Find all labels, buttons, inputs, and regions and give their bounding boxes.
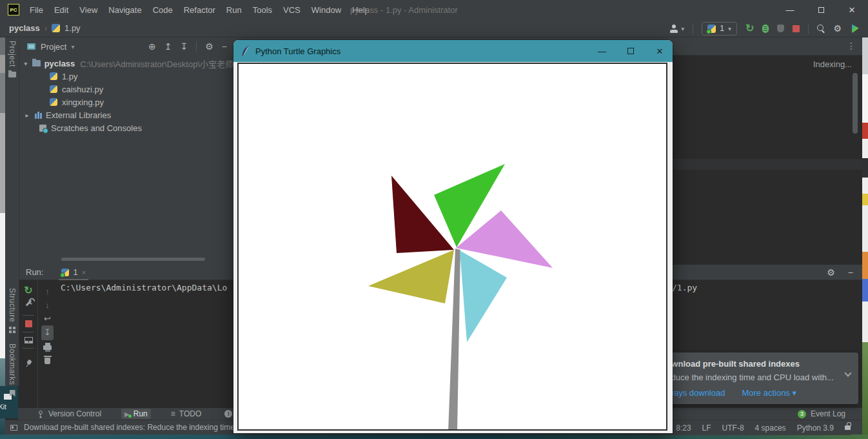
- run-panel-label: Run:: [26, 267, 43, 277]
- menu-file[interactable]: File: [30, 5, 43, 15]
- expand-all-button[interactable]: ↥: [164, 42, 172, 51]
- lock-icon[interactable]: [845, 425, 851, 430]
- hide-run-panel-button[interactable]: −: [848, 268, 853, 277]
- folder-icon: [32, 60, 41, 66]
- tree-row[interactable]: Scratches and Consoles: [19, 121, 233, 134]
- maximize-button[interactable]: [816, 5, 825, 15]
- kebab-menu-icon[interactable]: ⋮: [847, 41, 856, 51]
- hide-panel-button[interactable]: −: [222, 42, 227, 51]
- menu-navigate[interactable]: Navigate: [108, 5, 141, 15]
- restore-layout-button[interactable]: [25, 337, 33, 343]
- rerun-button[interactable]: ↻: [24, 285, 32, 296]
- turtle-window-controls: — ✕: [598, 40, 664, 62]
- minimize-button[interactable]: —: [785, 5, 794, 15]
- line-separator[interactable]: LF: [702, 424, 711, 433]
- run-tab-name: 1: [73, 267, 77, 277]
- pin-tab-button[interactable]: [23, 358, 34, 369]
- plugin-colorful-icon[interactable]: [850, 23, 860, 34]
- turtle-maximize-button[interactable]: [627, 46, 635, 56]
- chevron-down-icon[interactable]: ▾: [71, 43, 74, 50]
- indent-size[interactable]: 4 spaces: [755, 424, 786, 433]
- chevron-expanded-icon[interactable]: ▾: [23, 60, 28, 67]
- menu-vcs[interactable]: VCS: [283, 5, 301, 15]
- tool-window-ribbon: Project Structure Bookmarks: [5, 37, 19, 386]
- debug-button[interactable]: [762, 25, 769, 33]
- tree-row[interactable]: ▾ pyclass C:\Users\Administrator\Desktop…: [19, 57, 233, 70]
- tool-button-version-control[interactable]: Version Control: [35, 409, 104, 419]
- menu-edit[interactable]: Edit: [54, 5, 68, 15]
- menu-tools[interactable]: Tools: [253, 5, 272, 15]
- profile-button[interactable]: ▾: [669, 25, 684, 33]
- toolbar-divider: [196, 41, 197, 52]
- search-everywhere-button[interactable]: [817, 25, 825, 32]
- clear-console-button[interactable]: [44, 358, 50, 364]
- tree-row[interactable]: 1.py: [19, 70, 233, 83]
- horizontal-scrollbar[interactable]: [61, 258, 205, 261]
- tool-button-todo[interactable]: ≡ TODO: [168, 409, 204, 419]
- menu-run[interactable]: Run: [226, 5, 242, 15]
- turtle-titlebar[interactable]: Python Turtle Graphics — ✕: [233, 40, 673, 62]
- tool-button-run[interactable]: ▶ Run: [121, 409, 151, 419]
- caret-position[interactable]: 8:23: [676, 424, 691, 433]
- tool-windows-icon[interactable]: [10, 425, 17, 431]
- tool-window-button-project[interactable]: Project: [5, 41, 19, 77]
- up-stack-trace-button[interactable]: ↑: [45, 285, 50, 299]
- tree-item-scratches: Scratches and Consoles: [51, 123, 142, 133]
- stop-button[interactable]: [793, 25, 800, 32]
- editor-scrollbar[interactable]: [853, 73, 858, 134]
- breadcrumb-file[interactable]: 1.py: [64, 23, 81, 33]
- run-button[interactable]: ↻: [745, 23, 754, 34]
- tree-row[interactable]: ▸ External Libraries: [19, 108, 233, 121]
- run-toolbar-column: ↻: [19, 280, 37, 408]
- turtle-minimize-button[interactable]: —: [598, 46, 606, 56]
- close-tab-icon[interactable]: ×: [82, 269, 86, 276]
- structure-icon: [9, 327, 12, 329]
- python-file-icon: [52, 24, 60, 32]
- turtle-close-button[interactable]: ✕: [656, 46, 664, 56]
- tree-row[interactable]: xingxing.py: [19, 96, 233, 108]
- console-output-fragment[interactable]: /1.py: [672, 283, 697, 292]
- structure-tab-label: Structure: [8, 288, 17, 322]
- run-panel-settings-button[interactable]: ⚙: [827, 268, 835, 277]
- main-menu: File Edit View Navigate Code Refactor Ru…: [30, 5, 370, 15]
- maximize-icon: [818, 7, 824, 13]
- collapse-all-button[interactable]: ↧: [181, 42, 188, 51]
- file-encoding[interactable]: UTF-8: [722, 424, 744, 433]
- run-label: Run: [133, 409, 148, 418]
- tree-row[interactable]: caishuzi.py: [19, 83, 233, 96]
- status-widgets: (2) 8:23 LF UTF-8 4 spaces Python 3.9: [649, 420, 851, 435]
- run-tab[interactable]: 1 ×: [59, 265, 88, 280]
- pycharm-logo-icon: PC: [8, 4, 19, 15]
- menu-refactor[interactable]: Refactor: [184, 5, 215, 15]
- breadcrumb-project[interactable]: pyclass: [9, 23, 40, 33]
- tool-window-button-bookmarks[interactable]: Bookmarks: [5, 343, 19, 397]
- chevron-collapsed-icon[interactable]: ▸: [23, 112, 31, 119]
- down-stack-trace-button[interactable]: ↓: [45, 299, 50, 312]
- run-config-select[interactable]: 1 ▾: [702, 22, 737, 36]
- scroll-to-end-button[interactable]: ↧: [41, 325, 54, 340]
- console-output[interactable]: C:\Users\Administrator\AppData\Lo: [61, 283, 227, 292]
- python-interpreter[interactable]: Python 3.9: [797, 424, 834, 433]
- divider: [23, 315, 34, 316]
- menu-view[interactable]: View: [79, 5, 97, 15]
- more-actions-link[interactable]: More actions ▾: [742, 388, 796, 398]
- coverage-button[interactable]: [777, 25, 784, 32]
- panel-settings-button[interactable]: ⚙: [205, 42, 213, 51]
- locate-file-button[interactable]: ⊕: [148, 42, 156, 51]
- stop-process-button[interactable]: [25, 320, 32, 327]
- event-log-button[interactable]: 3 Event Log: [798, 408, 845, 420]
- project-panel-title[interactable]: Project: [41, 42, 66, 52]
- pinwheel-svg: [239, 64, 666, 429]
- menu-window[interactable]: Window: [311, 5, 341, 15]
- tool-window-button-structure[interactable]: Structure: [5, 288, 19, 333]
- breadcrumb-separator-icon: ›: [44, 23, 47, 33]
- print-button[interactable]: [43, 345, 52, 350]
- wrench-icon[interactable]: [25, 300, 32, 307]
- settings-button[interactable]: ⚙: [833, 24, 842, 33]
- close-button[interactable]: ✕: [847, 5, 856, 15]
- project-tree: ▾ pyclass C:\Users\Administrator\Desktop…: [19, 57, 233, 134]
- bookmarks-tab-label: Bookmarks: [8, 343, 17, 385]
- soft-wrap-button[interactable]: ↩: [44, 312, 51, 326]
- menu-code[interactable]: Code: [153, 5, 173, 15]
- chevron-down-icon[interactable]: [844, 369, 851, 376]
